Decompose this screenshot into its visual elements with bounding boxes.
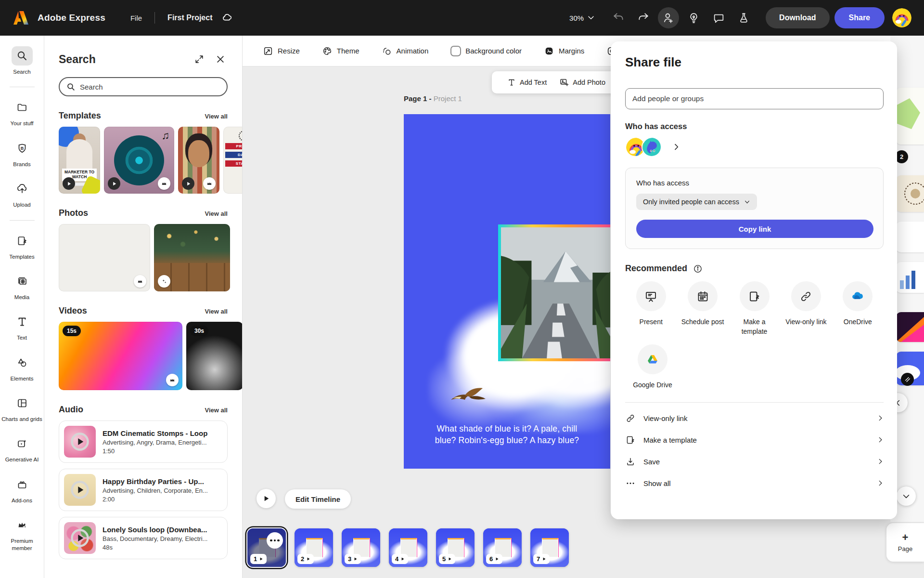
share-dialog-title: Share file [625,55,884,70]
templates-view-all-link[interactable]: View all [205,113,228,120]
sidebar-item-elements[interactable]: Elements [1,353,43,382]
file-menu[interactable]: File [130,14,142,22]
beta-labs-flask-button[interactable] [733,7,754,28]
generative-ai-icon [16,438,28,449]
access-level-dropdown[interactable]: Only invited people can access [636,194,757,210]
redo-button[interactable] [633,7,654,28]
show-all-row[interactable]: Show all [625,473,884,494]
timeline-clip-3[interactable]: 3 [342,528,380,567]
resize-button[interactable]: Resize [263,46,300,56]
photo-thumbnail[interactable] [59,224,150,291]
elements-shapes-icon [16,357,28,368]
info-icon[interactable] [693,264,703,274]
undo-button[interactable] [608,7,629,28]
make-template-option[interactable]: Make a template [729,281,780,337]
rail-thumbnail[interactable] [896,222,924,252]
video-thumbnail[interactable]: 15s [59,322,182,390]
sidebar-item-text[interactable]: Text [1,312,43,341]
add-photo-button[interactable]: Add Photo [559,78,605,87]
play-icon [542,557,546,561]
text-icon [16,316,28,328]
bird-graphic[interactable] [449,385,493,407]
search-input[interactable] [80,83,215,91]
onedrive-option[interactable]: OneDrive [832,281,884,337]
invite-collaborators-button[interactable] [658,7,679,28]
canvas-caption-text[interactable]: What shade of blue is it? A pale, chill … [404,423,610,446]
rail-thumbnail[interactable] [896,175,924,212]
sidebar-item-search[interactable]: Search [1,46,43,75]
sidebar-item-charts-grids[interactable]: Charts and grids [1,394,43,422]
audio-list-item[interactable]: Lonely Souls loop (Downbea... Bass, Docu… [59,517,228,559]
project-name[interactable]: First Project [167,13,212,22]
add-people-input[interactable] [632,94,876,103]
google-drive-option[interactable]: Google Drive [625,344,680,390]
photo-thumbnail[interactable] [154,224,230,291]
play-icon [306,557,310,561]
framed-photo-element[interactable] [498,224,610,361]
access-avatars[interactable] [625,137,884,157]
template-thumbnail[interactable]: MARKETER TO WATCH [59,127,100,194]
view-only-link-row[interactable]: View-only link [625,407,884,429]
close-panel-button[interactable] [213,52,228,66]
sidebar-item-upload[interactable]: Upload [1,179,43,208]
sidebar-item-add-ons[interactable]: Add-ons [1,475,43,504]
rail-thumbnail[interactable] [896,312,924,342]
animation-button[interactable]: Animation [382,46,429,56]
scroll-down-button[interactable] [897,486,916,506]
audio-list-item[interactable]: EDM Cinematic Stomps - Loop Advertising,… [59,420,228,463]
margins-button[interactable]: Margins [544,46,584,56]
video-thumbnail[interactable]: 30s [186,322,242,390]
resize-icon [263,46,273,56]
audio-play-button[interactable] [64,474,96,506]
audio-list-item[interactable]: Happy Birthday Parties - Up... Advertisi… [59,469,228,511]
copy-link-button[interactable]: Copy link [636,220,873,238]
search-icon [16,50,28,62]
ideas-lightbulb-button[interactable] [683,7,704,28]
premium-crown-badge-icon [158,177,170,190]
app-name: Adobe Express [38,13,105,23]
download-button[interactable]: Download [766,7,829,28]
clip-options-button[interactable] [267,532,283,549]
sidebar-item-templates[interactable]: Templates [1,231,43,260]
template-thumbnail[interactable]: PRESID DAY S STARTS [223,127,242,194]
photos-view-all-link[interactable]: View all [205,210,228,217]
timeline-clip-1[interactable]: 1 [247,528,286,567]
adobe-express-logo[interactable] [13,10,30,26]
template-thumbnail[interactable]: ♫ [104,127,174,194]
sidebar-item-premium[interactable]: Premium member [1,515,43,552]
rail-thumbnail[interactable] [896,262,924,293]
schedule-post-option[interactable]: Schedule post [677,281,728,337]
expand-panel-button[interactable] [192,52,206,66]
share-button[interactable]: Share [834,7,885,28]
template-thumbnail[interactable] [178,127,219,194]
sidebar-item-generative-ai[interactable]: Generative AI [1,434,43,463]
timeline-clip-5[interactable]: 5 [436,528,475,567]
save-row[interactable]: Save [625,451,884,473]
rail-thumbnail[interactable] [896,88,924,144]
zoom-control[interactable]: 30% [569,14,594,22]
add-text-button[interactable]: Add Text [507,78,547,87]
timeline-clip-4[interactable]: 4 [389,528,427,567]
timeline-clip-7[interactable]: 7 [530,528,569,567]
add-page-button[interactable]: + Page [886,523,924,562]
edit-timeline-button[interactable]: Edit Timeline [285,489,351,509]
audio-view-all-link[interactable]: View all [205,407,228,414]
present-option[interactable]: Present [625,281,677,337]
timeline-clip-2[interactable]: 2 [295,528,333,567]
comments-button[interactable] [708,7,729,28]
make-template-row[interactable]: Make a template [625,429,884,451]
videos-view-all-link[interactable]: View all [205,308,228,315]
folder-icon [16,102,28,113]
view-only-link-option[interactable]: View-only link [780,281,832,337]
timeline-clip-6[interactable]: 6 [483,528,522,567]
audio-play-button[interactable] [64,426,96,458]
sidebar-item-media[interactable]: Media [1,272,43,301]
background-color-button[interactable]: Background color [450,46,522,56]
sidebar-item-brands[interactable]: B Brands [1,139,43,168]
theme-button[interactable]: Theme [322,46,359,56]
account-avatar[interactable] [892,8,911,27]
sidebar-item-your-stuff[interactable]: Your stuff [1,98,43,127]
preview-play-button[interactable] [257,489,276,508]
design-canvas[interactable]: What shade of blue is it? A pale, chill … [404,114,610,469]
audio-play-button[interactable] [64,522,96,554]
